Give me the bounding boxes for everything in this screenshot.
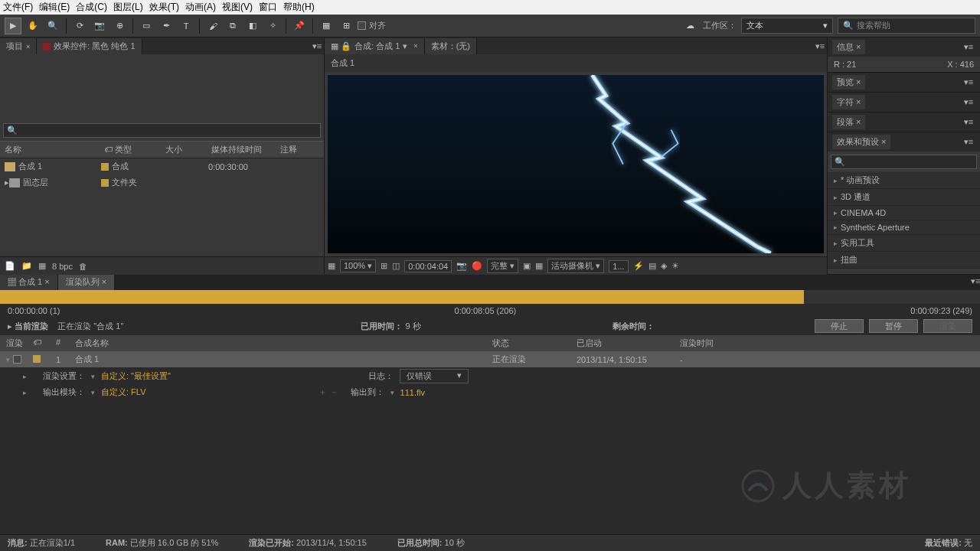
menu-comp[interactable]: 合成(C) [76,1,107,14]
roto-tool-icon[interactable]: ✧ [264,18,281,34]
panel-menu-icon[interactable]: ▾≡ [962,137,975,147]
tab-footage[interactable]: 素材：(无) [425,38,477,54]
status-bar: 消息: 正在渲染1/1 RAM: 已使用 16.0 GB 的 51% 渲染已开始… [0,534,980,551]
tab-timeline-comp[interactable]: ▦ 合成 1 × [0,275,58,290]
tab-project[interactable]: 项目× [0,38,37,54]
align-label: 对齐 [369,20,386,31]
project-columns-header: 名称 🏷 类型 大小 媒体持续时间 注释 [0,141,324,158]
puppet-tool-icon[interactable]: 📌 [291,18,308,34]
pen-tool-icon[interactable]: ✒ [158,18,175,34]
camera-tool-icon[interactable]: 📷 [91,18,108,34]
effects-category[interactable]: CINEMA 4D [828,206,980,220]
menu-anim[interactable]: 动画(A) [185,1,216,14]
rotate-tool-icon[interactable]: ⟳ [71,18,88,34]
trash-icon[interactable]: 🗑 [79,262,87,271]
project-item-solids[interactable]: ▸ 固态层 文件夹 [0,174,324,191]
grid-icon[interactable]: ▦ [318,18,335,34]
panel-menu-icon[interactable]: ▾≡ [310,41,324,51]
resolution-dropdown[interactable]: 完整 ▾ [487,259,518,273]
sync-icon[interactable]: ☁ [681,18,698,34]
output-module-link[interactable]: 自定义: FLV [101,386,145,398]
grid-toggle-icon[interactable]: ▦ [328,261,335,271]
snapshot-icon[interactable]: 📷 [456,261,467,271]
panel-menu-icon[interactable]: ▾≡ [966,275,980,290]
effects-category[interactable]: 实用工具 [828,235,980,252]
tab-paragraph[interactable]: 段落 × [832,115,865,129]
menu-effect[interactable]: 效果(T) [149,1,179,14]
mask-icon[interactable]: ◫ [392,261,400,271]
render-queue-item[interactable]: ▾ 1 合成 1 正在渲染 2013/11/4, 1:50:15 - [0,351,980,367]
menu-window[interactable]: 窗口 [259,1,277,14]
project-search-input[interactable]: 🔍 [3,123,321,138]
workspace-label: 工作区： [703,20,737,31]
render-queue-header: 渲染 🏷 # 合成名称 状态 已启动 渲染时间 [0,335,980,351]
search-icon: 🔍 [7,126,18,135]
new-folder-icon[interactable]: 📁 [21,261,32,271]
flowchart-icon[interactable]: ◈ [661,261,667,271]
stop-button[interactable]: 停止 [815,319,864,333]
effects-category[interactable]: 扭曲 [828,252,980,269]
zoom-dropdown[interactable]: 100% ▾ [340,259,376,272]
rect-tool-icon[interactable]: ▭ [138,18,155,34]
panel-menu-icon[interactable]: ▾≡ [962,77,975,87]
menu-help[interactable]: 帮助(H) [283,1,315,14]
timeline-icon[interactable]: ▤ [648,261,656,271]
tab-effect-controls[interactable]: 效果控件: 黑色 纯色 1 [37,38,142,54]
eraser-tool-icon[interactable]: ◧ [244,18,261,34]
exposure-icon[interactable]: ☀ [671,261,679,271]
transparency-icon[interactable]: ▦ [535,261,543,271]
log-dropdown[interactable]: 仅错误▾ [400,369,469,383]
panel-menu-icon[interactable]: ▾≡ [962,117,975,127]
new-comp-icon[interactable]: ▦ [38,261,46,271]
bpc-button[interactable]: 8 bpc [52,262,73,271]
brush-tool-icon[interactable]: 🖌 [204,18,221,34]
effects-search-input[interactable]: 🔍 [831,155,977,169]
clone-tool-icon[interactable]: ⧉ [224,18,241,34]
tab-character[interactable]: 字符 × [832,95,865,109]
right-panels: 信息 ×▾≡ R : 21X : 416 预览 ×▾≡ 字符 ×▾≡ 段落 ×▾… [828,37,980,275]
pan-behind-tool-icon[interactable]: ⊕ [111,18,128,34]
tab-render-queue[interactable]: 渲染队列 × [58,275,115,290]
tab-info[interactable]: 信息 × [832,40,865,54]
comp-breadcrumb[interactable]: 合成 1 [325,54,827,72]
guides-icon[interactable]: ⊞ [381,261,387,271]
panel-menu-icon[interactable]: ▾≡ [813,41,827,51]
render-progress-bar [0,290,980,304]
align-checkbox[interactable] [358,21,366,30]
composition-panel: ▦ 🔒 合成: 合成 1 ▾× 素材：(无) ▾≡ 合成 1 ▦ 100% ▾ … [325,37,828,275]
effects-category[interactable]: 3D 通道 [828,189,980,206]
menu-view[interactable]: 视图(V) [222,1,253,14]
roi-icon[interactable]: ▣ [523,261,531,271]
panel-menu-icon[interactable]: ▾≡ [962,42,975,52]
toolbar: ▶ ✋ 🔍 ⟳ 📷 ⊕ ▭ ✒ T 🖌 ⧉ ◧ ✧ 📌 ▦ ⊞ 对齐 ☁ 工作区… [0,15,980,37]
selection-tool-icon[interactable]: ▶ [5,18,21,34]
comp-footer: ▦ 100% ▾ ⊞ ◫ 0:00:04:04 📷 🔴 完整 ▾ ▣ ▦ 活动摄… [325,256,827,275]
output-path-link[interactable]: 111.flv [400,388,425,397]
interpret-icon[interactable]: 📄 [5,261,15,271]
tab-effects-presets[interactable]: 效果和预设 × [832,135,890,149]
panel-menu-icon[interactable]: ▾≡ [962,97,975,107]
fast-preview-icon[interactable]: ⚡ [633,261,644,271]
camera-dropdown[interactable]: 活动摄像机 ▾ [547,259,604,273]
menu-file[interactable]: 文件(F) [3,1,33,14]
current-time[interactable]: 0:00:04:04 [404,260,452,272]
effects-category[interactable]: Synthetic Aperture [828,220,980,235]
pause-button[interactable]: 暂停 [869,319,918,333]
project-item-comp[interactable]: 合成 1 合成 0:00:30:00 [0,158,324,174]
zoom-tool-icon[interactable]: 🔍 [44,18,61,34]
render-settings-link[interactable]: 自定义: "最佳设置" [101,370,171,382]
menu-edit[interactable]: 编辑(E) [39,1,70,14]
tab-comp-viewer[interactable]: ▦ 🔒 合成: 合成 1 ▾× [325,38,425,54]
channel-icon[interactable]: 🔴 [472,261,482,271]
hand-tool-icon[interactable]: ✋ [24,18,41,34]
tab-preview[interactable]: 预览 × [832,75,865,90]
help-search-input[interactable]: 🔍 搜索帮助 [838,18,975,34]
text-tool-icon[interactable]: T [178,18,194,34]
composition-viewer[interactable] [328,75,824,253]
views-dropdown[interactable]: 1... [609,260,628,272]
project-footer: 📄 📁 ▦ 8 bpc 🗑 [0,256,324,275]
effects-category[interactable]: * 动画预设 [828,172,980,189]
workspace-dropdown[interactable]: 文本▾ [741,18,833,34]
menu-layer[interactable]: 图层(L) [113,1,143,14]
snap-icon[interactable]: ⊞ [338,18,354,34]
